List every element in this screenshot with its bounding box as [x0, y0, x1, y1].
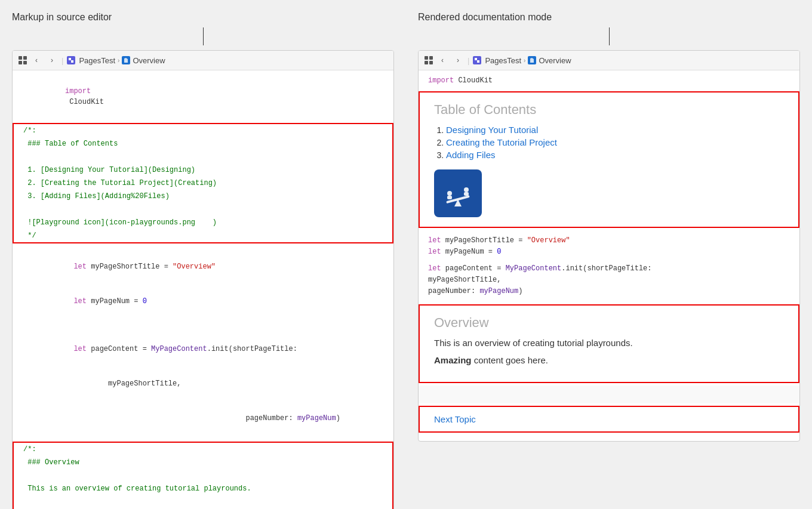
rendered-editor-window: ‹ › | PagesTest › Overview: [418, 50, 800, 442]
rendered-back-button[interactable]: ‹: [436, 54, 448, 66]
source-editor-content: import CloudKit /*: ### Table of Content…: [13, 70, 393, 509]
comment-open: /*:: [14, 124, 392, 137]
back-button[interactable]: ‹: [30, 54, 42, 66]
breadcrumb: PagesTest › Overview: [79, 56, 165, 65]
r-code-empty: [428, 258, 790, 263]
overview-title: Overview: [434, 315, 784, 331]
project-icon: [67, 56, 75, 64]
file-name: Overview: [133, 56, 165, 65]
rendered-content: import CloudKit Table of Contents Design…: [419, 70, 799, 441]
comment-empty-1: [14, 150, 392, 164]
toolbar-separator: |: [61, 56, 63, 65]
r-let-num: let myPageNum = 0: [428, 246, 790, 258]
rendered-import: import CloudKit: [419, 70, 799, 89]
svg-rect-1: [71, 60, 73, 63]
rendered-toolbar-separator: |: [467, 56, 469, 65]
toc-item-3: Adding Files: [446, 150, 784, 160]
left-column: Markup in source editor ‹ › |: [12, 12, 394, 509]
comment-empty-2: [14, 203, 392, 216]
r-pagecontent-arg2: pageNumber: myPageNum): [428, 286, 790, 297]
rendered-spacer: [419, 385, 799, 403]
let-pagecontent: let pageContent = MyPageContent.init(sho…: [13, 332, 393, 366]
svg-rect-7: [447, 196, 452, 199]
rendered-toc-block: Table of Contents Designing Your Tutoria…: [419, 91, 799, 228]
right-arrow-line: [609, 27, 610, 45]
rendered-breadcrumb-chevron: ›: [524, 57, 525, 64]
import-line: import CloudKit: [13, 70, 393, 121]
let-title: let myPageShortTitle = "Overview": [13, 249, 393, 284]
source-toolbar: ‹ › | PagesTest › Overview: [13, 51, 393, 70]
rendered-import-module: CloudKit: [458, 76, 493, 85]
pagecontent-arg1: myPageShortTitle,: [13, 366, 393, 401]
rendered-project-name: PagesTest: [485, 56, 521, 65]
left-arrow-line: [203, 27, 204, 45]
comment2-body: This is an overview of creating tutorial…: [14, 482, 392, 495]
next-topic-link[interactable]: Next Topic: [434, 414, 476, 424]
page-wrapper: Markup in source editor ‹ › |: [12, 12, 800, 509]
svg-rect-0: [69, 58, 71, 60]
rendered-file-name: Overview: [539, 56, 571, 65]
toc-item-1: Designing Your Tutorial: [446, 125, 784, 135]
keyword-import: import: [65, 87, 91, 95]
r-pagecontent-arg1: myPageShortTitle,: [428, 274, 790, 286]
file-icon: [122, 56, 130, 64]
overview-body: This is an overview of creating tutorial…: [434, 338, 784, 348]
toc-title: Table of Contents: [434, 102, 784, 118]
rendered-next-topic: Next Topic: [419, 406, 799, 433]
rendered-forward-button[interactable]: ›: [452, 54, 464, 66]
playground-icon-container: [434, 169, 784, 217]
comment-toc-1: 1. [Designing Your Tutorial](Designing): [14, 164, 392, 177]
rendered-breadcrumb: PagesTest › Overview: [485, 56, 571, 65]
comment-block-overview: /*: ### Overview This is an overview of …: [13, 442, 393, 509]
comment2-open: /*:: [14, 443, 392, 456]
rendered-grid-icon[interactable]: [425, 56, 433, 64]
overview-bold-word: Amazing: [434, 355, 472, 365]
svg-rect-2: [475, 58, 477, 60]
comment-block-toc: /*: ### Table of Contents 1. [Designing …: [13, 123, 393, 243]
source-editor-window: ‹ › | PagesTest › Overview: [12, 50, 394, 509]
comment2-empty: [14, 469, 392, 482]
svg-point-6: [447, 191, 452, 196]
toc-link-3[interactable]: Adding Files: [446, 150, 496, 160]
svg-rect-9: [464, 192, 469, 196]
svg-point-8: [464, 187, 469, 192]
comment-toc-2: 2. [Creating the Tutorial Project](Creat…: [14, 177, 392, 190]
left-column-label: Markup in source editor: [12, 12, 394, 23]
comment-toc-header: ### Table of Contents: [14, 137, 392, 150]
overview-bold-text: Amazing content goes here.: [434, 355, 784, 365]
pagecontent-arg2: pageNumber: myPageNum): [13, 401, 393, 436]
grid-icon[interactable]: [19, 56, 27, 64]
code-block-1: let myPageShortTitle = "Overview" let my…: [13, 246, 393, 439]
rendered-overview-block: Overview This is an overview of creating…: [419, 304, 799, 383]
toc-list: Designing Your Tutorial Creating the Tut…: [434, 125, 784, 160]
comment2-empty2: [14, 495, 392, 508]
rendered-file-icon: [528, 56, 536, 64]
rendered-toolbar: ‹ › | PagesTest › Overview: [419, 51, 799, 70]
right-column: Rendered documentation mode ‹ › |: [418, 12, 800, 442]
r-let-title: let myPageShortTitle = "Overview": [428, 235, 790, 246]
left-arrow: [12, 27, 394, 45]
let-num: let myPageNum = 0: [13, 284, 393, 319]
import-module: CloudKit: [65, 98, 104, 106]
comment2-header: ### Overview: [14, 456, 392, 469]
breadcrumb-chevron: ›: [118, 57, 119, 64]
overview-rest: content goes here.: [472, 355, 548, 365]
rendered-bottom-spacer: [419, 435, 799, 441]
toc-link-1[interactable]: Designing Your Tutorial: [446, 125, 538, 135]
rendered-project-icon: [473, 56, 481, 64]
toc-link-2[interactable]: Creating the Tutorial Project: [446, 137, 557, 147]
forward-button[interactable]: ›: [46, 54, 58, 66]
playground-icon: [434, 169, 482, 217]
project-name: PagesTest: [79, 56, 115, 65]
code-empty: [13, 319, 393, 332]
right-column-label: Rendered documentation mode: [418, 12, 800, 23]
comment-close-1: */: [14, 229, 392, 242]
comment-toc-3: 3. [Adding Files](Adding%20Files): [14, 190, 392, 203]
r-let-pagecontent: let pageContent = MyPageContent.init(sho…: [428, 263, 790, 274]
rendered-keyword-import: import: [428, 76, 454, 85]
right-arrow: [418, 27, 800, 45]
svg-rect-3: [477, 60, 479, 63]
comment-image: ![Playground icon](icon-playgrounds.png …: [14, 216, 392, 229]
toc-item-2: Creating the Tutorial Project: [446, 137, 784, 147]
rendered-code-block: let myPageShortTitle = "Overview" let my…: [419, 230, 799, 302]
